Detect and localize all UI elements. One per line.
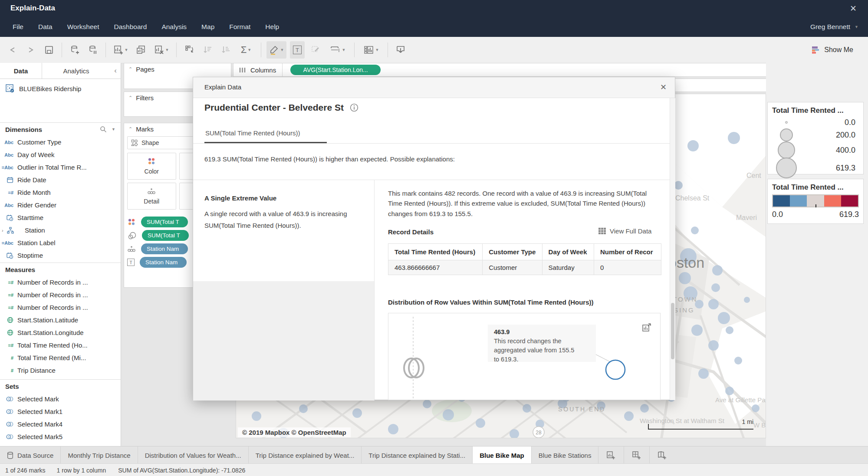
color-legend-max: 619.3 (839, 210, 859, 219)
calculated-numeric-icon: =# (0, 343, 17, 348)
dimension-item[interactable]: =#Ride Month (0, 186, 121, 199)
sort-ascending-button[interactable] (200, 41, 215, 59)
menu-worksheet[interactable]: Worksheet (60, 16, 107, 37)
dimension-item[interactable]: Stoptime (0, 249, 121, 262)
measure-item[interactable]: Start.Station.Longitude (0, 326, 121, 339)
measure-item[interactable]: =#Number of Records in ... (0, 289, 121, 301)
expander-icon[interactable]: › (0, 228, 7, 233)
text-label-button[interactable]: T (290, 41, 305, 59)
window-title: Explain-Data (0, 4, 55, 13)
marks-pill[interactable]: SUM(Total T (142, 230, 189, 241)
sort-descending-button[interactable] (218, 41, 233, 59)
dialog-tab[interactable]: SUM(Total Time Rented (Hours)) (205, 129, 300, 137)
measure-item[interactable]: #Total Time Rented (Mi... (0, 351, 121, 364)
measures-header: Measures (0, 263, 121, 276)
window-close-icon[interactable]: ✕ (850, 3, 868, 13)
datasource-item[interactable]: BLUEBikes Ridership (0, 79, 121, 98)
marks-pill[interactable]: Station Nam (141, 243, 188, 254)
tableau-window: Explain-Data ✕ File Data Worksheet Dashb… (0, 0, 868, 476)
dimension-item[interactable]: =AbcOutlier in Total Time R... (0, 161, 121, 174)
menu-format[interactable]: Format (222, 16, 258, 37)
color-button[interactable]: Color (127, 153, 176, 180)
redo-button[interactable] (23, 41, 38, 59)
tab-data[interactable]: Data (0, 63, 42, 79)
dimension-item[interactable]: =AbcStation Label (0, 236, 121, 249)
measure-item[interactable]: =#Total Time Rented (Ho... (0, 339, 121, 351)
sheet-tab[interactable]: Trip Distance explained by Stati... (362, 446, 473, 464)
pane-menu-icon[interactable]: ▼ (112, 127, 115, 131)
measure-item[interactable]: Start.Station.Latitude (0, 314, 121, 326)
menu-dashboard[interactable]: Dashboard (107, 16, 155, 37)
view-full-data-link[interactable]: View Full Data (598, 227, 651, 235)
pause-updates-button[interactable] (85, 41, 100, 59)
totals-button[interactable]: Σ▼ (237, 41, 256, 59)
measure-item[interactable]: #Trip Distance (0, 364, 121, 377)
user-menu[interactable]: Greg Bennett ▼ (810, 23, 868, 31)
dimension-item[interactable]: Ride Date (0, 174, 121, 186)
svg-text:1 mi: 1 mi (742, 418, 753, 425)
scrollbar-thumb[interactable] (671, 303, 674, 359)
fit-width-button[interactable]: ▼ (326, 41, 349, 59)
calculated-numeric-icon: =# (0, 280, 17, 285)
set-item[interactable]: Selected Mark (0, 393, 121, 405)
sheet-tab[interactable]: Monthly Trip Distance (61, 446, 138, 464)
sheet-tab[interactable]: Distribution of Values for Weath... (138, 446, 249, 464)
extreme-record-mark[interactable] (606, 360, 625, 379)
new-dashboard-tab-icon[interactable] (624, 446, 650, 464)
columns-pill[interactable]: AVG(Start.Station.Lon... (290, 65, 381, 75)
dialog-close-icon[interactable]: ✕ (660, 82, 667, 92)
set-item[interactable]: Selected Mark1 (0, 405, 121, 418)
clear-sheet-button[interactable]: ▼ (152, 41, 171, 59)
dimension-item[interactable]: AbcDay of Week (0, 148, 121, 161)
highlight-button[interactable]: ▼ (266, 41, 286, 59)
menu-map[interactable]: Map (194, 16, 222, 37)
color-legend[interactable]: Total Time Rented ... 0.0 619.3 (767, 179, 864, 224)
chevron-down-icon: ▼ (855, 25, 858, 29)
distribution-chart[interactable]: 463.9 This record changes the aggregated… (388, 313, 661, 400)
new-worksheet-tab-icon[interactable] (598, 446, 624, 464)
save-button[interactable] (42, 41, 56, 59)
measure-item[interactable]: =#Number of Records in ... (0, 276, 121, 289)
duplicate-sheet-button[interactable] (134, 41, 148, 59)
show-me-button[interactable]: Show Me (810, 45, 868, 55)
info-icon[interactable] (350, 103, 358, 112)
menu-file[interactable]: File (5, 16, 31, 37)
dimension-item[interactable]: AbcCustomer Type (0, 136, 121, 148)
new-worksheet-button[interactable]: ▼ (111, 41, 130, 59)
dimension-item[interactable]: AbcRider Gender (0, 199, 121, 211)
search-icon[interactable] (99, 125, 107, 133)
set-item[interactable]: Selected Mark5 (0, 430, 121, 443)
tab-analytics[interactable]: Analytics (42, 63, 110, 79)
undo-button[interactable] (5, 41, 20, 59)
show-hide-cards-button[interactable]: ▼ (360, 41, 382, 59)
menu-data[interactable]: Data (31, 16, 60, 37)
detail-icon (127, 245, 136, 253)
dialog-scrollbar[interactable] (670, 98, 675, 400)
new-data-source-button[interactable] (67, 41, 82, 59)
detail-button[interactable]: Detail (127, 183, 176, 210)
marks-pill[interactable]: Station Nam (140, 257, 187, 268)
set-item[interactable]: Selected Mark4 (0, 418, 121, 430)
show-me-icon (810, 45, 820, 55)
presentation-mode-button[interactable] (393, 41, 408, 59)
collapse-pane-icon[interactable]: ‹ (110, 63, 121, 79)
color-legend-min: 0.0 (772, 210, 783, 219)
dimension-item[interactable]: Starttime (0, 211, 121, 224)
dimension-item[interactable]: ›Station (0, 224, 121, 236)
detail-paragraph: This mark contains 482 records. One reco… (388, 188, 662, 219)
size-legend[interactable]: Total Time Rented ... 0.0 200.0 400.0 61… (767, 102, 864, 174)
explanation-card[interactable]: A Single Extreme Value A single record w… (193, 180, 374, 281)
measure-item[interactable]: =#Number of Records in ... (0, 301, 121, 314)
marks-pill[interactable]: SUM(Total T (141, 217, 188, 227)
tab-data-source[interactable]: Data Source (0, 446, 61, 464)
new-story-tab-icon[interactable] (650, 446, 675, 464)
popout-chart-icon[interactable] (642, 323, 652, 333)
swap-rows-columns-button[interactable] (182, 41, 197, 59)
menu-help[interactable]: Help (258, 16, 286, 37)
sheet-tab[interactable]: Blue Bike Stations (532, 446, 599, 464)
format-brush-button[interactable] (308, 41, 323, 59)
menu-analysis[interactable]: Analysis (154, 16, 194, 37)
sheet-tab[interactable]: Trip Distance explained by Weat... (249, 446, 362, 464)
sheet-tab-active[interactable]: Blue Bike Map (473, 446, 532, 464)
data-pane: Data Analytics ‹ BLUEBikes Ridership Dim… (0, 63, 121, 446)
